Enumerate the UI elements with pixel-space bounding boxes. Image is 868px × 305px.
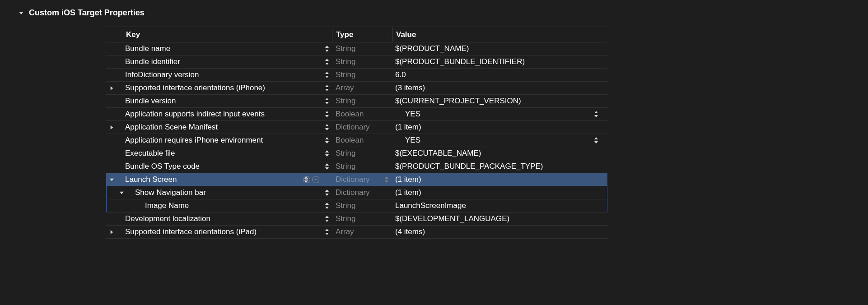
plist-value[interactable]: $(PRODUCT_BUNDLE_PACKAGE_TYPE) bbox=[395, 162, 543, 171]
stepper-icon[interactable] bbox=[594, 111, 598, 117]
table-row[interactable]: Application Scene ManifestDictionary(1 i… bbox=[106, 121, 607, 134]
stepper-icon[interactable] bbox=[594, 137, 598, 143]
table-row[interactable]: Image NameStringLaunchScreenImage bbox=[106, 199, 607, 213]
plist-value[interactable]: $(PRODUCT_BUNDLE_IDENTIFIER) bbox=[395, 57, 525, 66]
section-header[interactable]: Custom iOS Target Properties bbox=[18, 8, 868, 18]
plist-type[interactable]: Array bbox=[336, 83, 354, 92]
plist-type[interactable]: Dictionary bbox=[336, 123, 370, 132]
plist-type[interactable]: String bbox=[336, 149, 355, 158]
column-header-type[interactable]: Type bbox=[332, 30, 392, 39]
remove-button[interactable]: − bbox=[312, 176, 319, 183]
plist-type[interactable]: String bbox=[336, 44, 355, 53]
plist-key[interactable]: Launch Screen bbox=[125, 175, 177, 184]
plist-key[interactable]: Application supports indirect input even… bbox=[125, 110, 265, 119]
chevron-down-icon bbox=[18, 10, 24, 16]
stepper-icon[interactable] bbox=[325, 216, 329, 222]
plist-value[interactable]: (3 items) bbox=[395, 83, 425, 92]
plist-value[interactable]: $(DEVELOPMENT_LANGUAGE) bbox=[395, 214, 509, 223]
stepper-icon[interactable] bbox=[325, 137, 329, 143]
plist-value[interactable]: YES bbox=[405, 110, 420, 119]
plist-key[interactable]: Bundle version bbox=[125, 97, 176, 106]
plist-table: Key Type Value Bundle nameString$(PRODUC… bbox=[106, 27, 607, 239]
plist-value[interactable]: LaunchScreenImage bbox=[395, 201, 466, 210]
plist-value[interactable]: 6.0 bbox=[395, 70, 406, 79]
plist-value[interactable]: (1 item) bbox=[395, 123, 421, 132]
plist-value[interactable]: (1 item) bbox=[395, 175, 421, 184]
plist-type[interactable]: Boolean bbox=[336, 110, 364, 119]
table-row[interactable]: Development localizationString$(DEVELOPM… bbox=[106, 213, 607, 226]
table-row[interactable]: Show Navigation barDictionary(1 item) bbox=[106, 186, 607, 199]
column-header-value[interactable]: Value bbox=[392, 30, 607, 39]
plist-type[interactable]: String bbox=[336, 162, 355, 171]
chevron-right-icon[interactable] bbox=[106, 86, 117, 91]
stepper-icon[interactable] bbox=[325, 72, 329, 78]
plist-type[interactable]: String bbox=[336, 214, 355, 223]
plist-key[interactable]: Application Scene Manifest bbox=[125, 123, 218, 132]
plist-key[interactable]: Development localization bbox=[125, 214, 210, 223]
plist-value[interactable]: $(PRODUCT_NAME) bbox=[395, 44, 469, 53]
chevron-down-icon[interactable] bbox=[106, 177, 117, 182]
chevron-right-icon[interactable] bbox=[106, 125, 117, 130]
chevron-down-icon[interactable] bbox=[116, 190, 127, 195]
table-row[interactable]: Application supports indirect input even… bbox=[106, 108, 607, 121]
stepper-icon[interactable] bbox=[325, 163, 329, 170]
plist-key[interactable]: Executable file bbox=[125, 149, 175, 158]
plist-value[interactable]: YES bbox=[405, 136, 420, 145]
table-row[interactable]: Executable fileString$(EXECUTABLE_NAME) bbox=[106, 147, 607, 160]
table-row[interactable]: Bundle versionString$(CURRENT_PROJECT_VE… bbox=[106, 95, 607, 108]
stepper-icon[interactable] bbox=[325, 111, 329, 117]
stepper-icon[interactable] bbox=[325, 59, 329, 65]
plist-key[interactable]: Bundle name bbox=[125, 44, 170, 53]
stepper-icon[interactable] bbox=[325, 189, 329, 196]
stepper-icon[interactable] bbox=[325, 98, 329, 104]
plist-key[interactable]: Image Name bbox=[145, 201, 189, 210]
stepper-icon[interactable] bbox=[325, 124, 329, 130]
table-row[interactable]: Launch Screen+−Dictionary(1 item) bbox=[106, 173, 607, 186]
stepper-icon[interactable] bbox=[325, 85, 329, 91]
stepper-icon[interactable] bbox=[325, 46, 329, 52]
plist-value[interactable]: $(CURRENT_PROJECT_VERSION) bbox=[395, 97, 521, 106]
plist-value[interactable]: (1 item) bbox=[395, 188, 421, 197]
plist-type[interactable]: Dictionary bbox=[336, 188, 370, 197]
table-row[interactable]: InfoDictionary versionString6.0 bbox=[106, 69, 607, 82]
plist-type[interactable]: String bbox=[336, 97, 355, 106]
section-title: Custom iOS Target Properties bbox=[29, 8, 145, 18]
plist-value[interactable]: $(EXECUTABLE_NAME) bbox=[395, 149, 481, 158]
plist-type[interactable]: Array bbox=[336, 227, 354, 236]
table-row[interactable]: Bundle OS Type codeString$(PRODUCT_BUNDL… bbox=[106, 160, 607, 173]
table-header-row: Key Type Value bbox=[106, 27, 607, 42]
plist-key[interactable]: Show Navigation bar bbox=[135, 188, 206, 197]
table-row[interactable]: Bundle nameString$(PRODUCT_NAME) bbox=[106, 42, 607, 55]
plist-key[interactable]: Supported interface orientations (iPhone… bbox=[125, 83, 265, 92]
column-header-key[interactable]: Key bbox=[106, 30, 332, 39]
plist-type[interactable]: Dictionary bbox=[336, 175, 370, 184]
plist-type[interactable]: String bbox=[336, 70, 355, 79]
stepper-icon[interactable] bbox=[384, 176, 389, 183]
stepper-icon[interactable] bbox=[325, 150, 329, 157]
add-button[interactable]: + bbox=[303, 176, 310, 183]
plist-type[interactable]: Boolean bbox=[336, 136, 364, 145]
stepper-icon[interactable] bbox=[325, 229, 329, 235]
plist-type[interactable]: String bbox=[336, 201, 355, 210]
chevron-right-icon[interactable] bbox=[106, 230, 117, 235]
table-row[interactable]: Bundle identifierString$(PRODUCT_BUNDLE_… bbox=[106, 55, 607, 69]
table-row[interactable]: Supported interface orientations (iPhone… bbox=[106, 82, 607, 95]
plist-key[interactable]: Bundle identifier bbox=[125, 57, 180, 66]
plist-key[interactable]: Supported interface orientations (iPad) bbox=[125, 227, 257, 236]
plist-value[interactable]: (4 items) bbox=[395, 227, 425, 236]
plist-key[interactable]: InfoDictionary version bbox=[125, 70, 199, 79]
plist-key[interactable]: Bundle OS Type code bbox=[125, 162, 200, 171]
plist-type[interactable]: String bbox=[336, 57, 355, 66]
plist-key[interactable]: Application requires iPhone environment bbox=[125, 136, 263, 145]
table-row[interactable]: Application requires iPhone environmentB… bbox=[106, 134, 607, 147]
table-row[interactable]: Supported interface orientations (iPad)A… bbox=[106, 226, 607, 239]
selected-row-group: Launch Screen+−Dictionary(1 item)Show Na… bbox=[106, 173, 607, 213]
stepper-icon[interactable] bbox=[325, 203, 329, 209]
